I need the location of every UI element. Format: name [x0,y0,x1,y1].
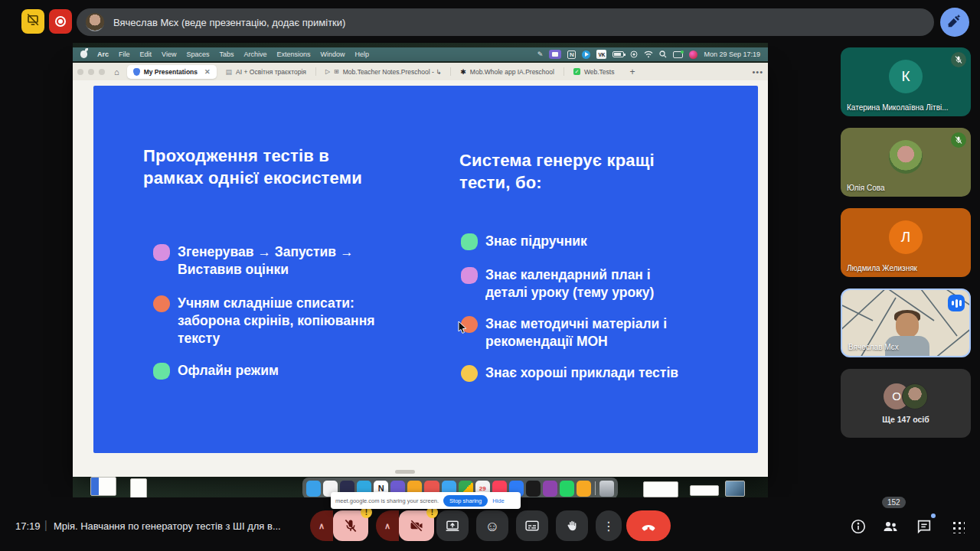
menu-item-tabs[interactable]: Tabs [219,51,234,58]
bullet-blob-icon [153,244,170,261]
captions-icon [524,518,540,533]
tab-ai-trajectory[interactable]: ▤ AI + Освітня траєкторія [220,65,312,79]
tab-label: AI + Освітня траєкторія [236,68,306,76]
new-tab-button[interactable]: + [629,67,635,77]
presentation-off-button[interactable] [21,9,44,34]
tab-label: My Presentations [144,68,198,76]
spotlight-search-icon[interactable] [659,50,667,59]
vk-status-icon[interactable]: VK [596,50,606,59]
meeting-title: Мрія. Навчання по генератору тестів з ШІ… [54,520,281,532]
participant-count-badge: 152 [882,497,906,508]
dock-icon-whatsapp[interactable] [560,481,574,497]
raise-hand-button[interactable] [556,510,588,541]
doc-favicon: ▤ [226,68,233,76]
participant-tile[interactable]: К Катерина Миколаївна Літві... [841,47,971,116]
tab-my-presentations[interactable]: My Presentations ✕ [127,65,217,79]
menu-item-help[interactable]: Help [355,51,370,58]
desktop-window-thumbnail[interactable] [90,477,116,496]
wifi-icon[interactable] [644,50,653,59]
apple-logo-icon [80,51,87,58]
browser-tab-strip: ⌂ My Presentations ✕ ▤ AI + Освітня трає… [73,63,768,80]
desktop-file-icon[interactable] [690,485,719,496]
grid-favicon: ⊞ [334,68,339,75]
drag-handle[interactable] [395,470,415,474]
slide-bullet: Учням складніше списати: заборона скріні… [153,295,374,347]
play-favicon: ▷ [325,68,330,75]
tab-overflow-button[interactable]: ••• [752,67,763,77]
menu-bar-clock[interactable]: Mon 29 Sep 17:19 [704,51,760,58]
chat-button[interactable] [914,517,934,536]
people-icon [881,517,900,536]
tab-web-tests[interactable]: ✓ Web.Tests [567,65,621,79]
dock-icon-podcasts[interactable] [543,481,557,497]
reactions-button[interactable]: ☺ [476,510,508,541]
dock-icon-app[interactable] [526,481,541,497]
desktop-image-icon[interactable] [725,481,745,497]
participant-name: Вячеслав Мєх [848,343,899,351]
menu-item-spaces[interactable]: Spaces [186,51,209,58]
telegram-status-icon[interactable] [582,51,590,59]
record-status-icon[interactable] [630,50,638,59]
camera-off-button[interactable]: ! [399,510,434,541]
present-screen-button[interactable] [436,510,469,541]
tab-whole-app-ia[interactable]: ✱ Mob.Whole app IA.Preschool [454,65,560,79]
desktop-window-thumbnail[interactable] [643,481,678,497]
meeting-details-button[interactable] [848,517,868,536]
presentation-slide: Проходження тестів в рамках однієї екоси… [93,86,758,453]
trash-icon[interactable] [599,481,614,497]
close-tab-icon[interactable]: ✕ [204,68,211,76]
screen-share-status-icon[interactable] [549,50,561,59]
end-call-button[interactable] [626,510,671,541]
mic-off-icon [343,518,358,533]
show-everyone-button[interactable] [880,517,900,536]
gemini-notes-button[interactable] [940,8,969,37]
bullet-blob-icon [461,267,478,284]
slide-bullet: Знає методичні матеріали і рекомендації … [461,315,667,350]
dock-icon-finder[interactable] [306,481,321,497]
desktop-file-icon[interactable] [130,478,147,499]
pen-status-icon[interactable]: ✎ [537,50,544,59]
display-status-icon[interactable] [673,51,683,58]
tab-teacher-notes[interactable]: ▷ ⊞ Mob.Teacher Notes.Preschool - ↳ [319,65,447,79]
presenter-pill[interactable]: Вячеслав Мєх (веде презентацію, додає пр… [77,8,934,36]
participant-tile[interactable]: Л Людмила Желизняк [841,208,971,277]
mic-off-icon [951,52,966,67]
menu-item-edit[interactable]: Edit [140,51,152,58]
menu-item-arc[interactable]: Arc [97,51,109,58]
shared-screen: Arc File Edit View Spaces Tabs Archive E… [73,43,768,497]
macos-menu-bar: Arc File Edit View Spaces Tabs Archive E… [73,47,768,61]
more-options-button[interactable]: ⋮ [596,510,622,541]
notion-status-icon[interactable]: N [567,51,576,59]
menu-item-view[interactable]: View [162,51,176,58]
dock-icon-keep[interactable] [577,481,591,497]
more-participants-tile[interactable]: O Ще 147 осіб [841,369,971,438]
window-minimize-dot[interactable] [88,69,94,75]
slide-bullet: Згенерував → Запустив → Виставив оцінки [153,243,353,279]
menu-item-archive[interactable]: Archive [243,51,266,58]
browser-window: ⌂ My Presentations ✕ ▤ AI + Освітня трає… [73,63,768,477]
window-close-dot[interactable] [77,69,83,75]
profile-status-icon[interactable] [689,51,697,59]
window-zoom-dot[interactable] [99,69,105,75]
slide-bullet: Знає календарний план і деталі уроку (те… [461,266,654,302]
avatar [889,140,923,174]
bullet-blob-icon [153,295,170,312]
menu-item-file[interactable]: File [119,51,130,58]
mic-options-chevron[interactable]: ∧ [310,510,333,541]
activities-button[interactable] [948,517,968,536]
participant-tile[interactable]: Юлія Сова [841,128,971,197]
smiley-icon: ☺ [485,519,499,533]
camera-options-chevron[interactable]: ∧ [376,510,399,541]
star-favicon: ✱ [460,68,466,76]
mic-muted-button[interactable]: ! [333,510,368,541]
menu-item-window[interactable]: Window [321,51,345,58]
stop-sharing-button[interactable]: Stop sharing [443,495,488,507]
share-banner-text: meet.google.com is sharing your screen. [335,497,439,504]
home-icon[interactable]: ⌂ [114,67,119,77]
recording-indicator-button[interactable] [49,9,72,34]
captions-button[interactable] [516,510,548,541]
participant-tile-speaking[interactable]: Вячеслав Мєх [841,289,971,357]
menu-item-extensions[interactable]: Extensions [276,51,310,58]
hide-banner-button[interactable]: Hide [492,497,504,504]
presenter-pill-label: Вячеслав Мєх (веде презентацію, додає пр… [113,17,345,28]
